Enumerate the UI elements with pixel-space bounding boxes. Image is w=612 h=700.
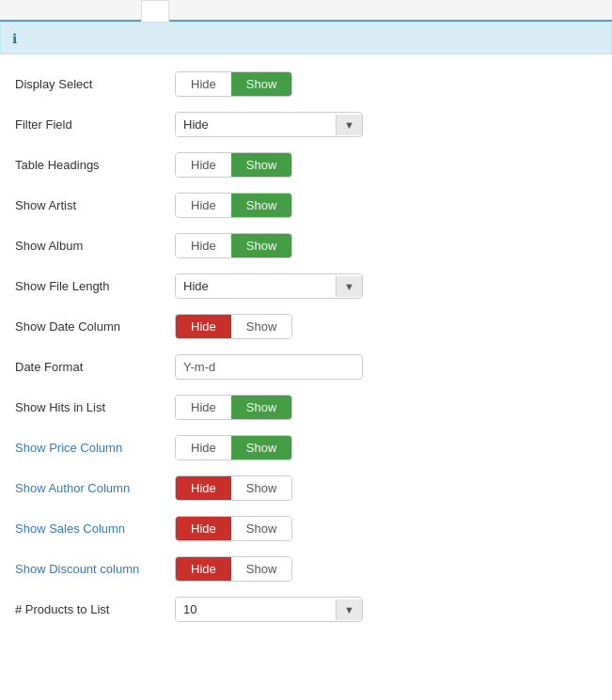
setting-row-display-select: Display SelectHideShow bbox=[15, 64, 597, 104]
toggle-show-price-column: HideShow bbox=[175, 435, 292, 460]
dropdown-arrow-show-file-length: ▼ bbox=[336, 276, 362, 297]
show-btn-show-price-column[interactable]: Show bbox=[231, 436, 292, 459]
hide-btn-table-headings[interactable]: Hide bbox=[176, 153, 231, 177]
label-date-format: Date Format bbox=[15, 360, 175, 374]
toggle-show-artist: HideShow bbox=[175, 193, 292, 218]
tab-s[interactable] bbox=[169, 0, 197, 20]
label-filter-field: Filter Field bbox=[15, 117, 175, 132]
setting-row-date-format: Date Format bbox=[15, 347, 597, 387]
setting-row-show-file-length: Show File LengthHideShow▼ bbox=[15, 266, 597, 306]
show-btn-table-headings[interactable]: Show bbox=[231, 153, 292, 177]
label-show-discount-column[interactable]: Show Discount column bbox=[15, 562, 175, 576]
toggle-display-select: HideShow bbox=[175, 71, 292, 97]
dropdown-show-file-length[interactable]: HideShow▼ bbox=[175, 273, 363, 299]
setting-row-show-album: Show AlbumHideShow bbox=[15, 226, 597, 266]
setting-row-show-sales-column: Show Sales ColumnHideShow bbox=[15, 508, 597, 549]
setting-row-products-to-list: # Products to List510152025▼ bbox=[15, 589, 597, 630]
toggle-table-headings: HideShow bbox=[175, 152, 292, 178]
setting-row-show-price-column: Show Price ColumnHideShow bbox=[15, 428, 597, 468]
setting-row-show-hits-in-list: Show Hits in ListHideShow bbox=[15, 387, 597, 428]
setting-row-filter-field: Filter FieldHideShow▼ bbox=[15, 104, 597, 145]
label-show-sales-column[interactable]: Show Sales Column bbox=[15, 521, 175, 536]
toggle-show-sales-column: HideShow bbox=[175, 516, 292, 541]
hide-btn-show-price-column[interactable]: Hide bbox=[176, 436, 231, 459]
show-btn-show-date-column[interactable]: Show bbox=[231, 315, 292, 338]
input-date-format[interactable] bbox=[175, 354, 363, 380]
select-filter-field[interactable]: HideShow bbox=[176, 113, 336, 136]
tab-categories[interactable] bbox=[56, 0, 85, 20]
show-btn-show-sales-column[interactable]: Show bbox=[231, 517, 292, 540]
settings-panel: Display SelectHideShowFilter FieldHideSh… bbox=[0, 54, 612, 639]
toggle-show-author-column: HideShow bbox=[175, 475, 292, 501]
show-btn-show-author-column[interactable]: Show bbox=[231, 476, 292, 500]
hide-btn-show-sales-column[interactable]: Hide bbox=[176, 517, 231, 540]
label-table-headings: Table Headings bbox=[15, 158, 175, 172]
hide-btn-show-date-column[interactable]: Hide bbox=[176, 315, 231, 338]
label-show-price-column[interactable]: Show Price Column bbox=[15, 441, 175, 455]
label-show-hits-in-list: Show Hits in List bbox=[15, 400, 175, 414]
tab-blog-column-layout[interactable] bbox=[113, 0, 141, 20]
show-btn-show-discount-column[interactable]: Show bbox=[231, 557, 292, 581]
label-show-file-length: Show File Length bbox=[15, 279, 175, 293]
tab-category-pages[interactable] bbox=[85, 0, 113, 20]
select-show-file-length[interactable]: HideShow bbox=[176, 274, 336, 298]
label-display-select: Display Select bbox=[15, 77, 175, 91]
hide-btn-show-discount-column[interactable]: Hide bbox=[176, 557, 231, 581]
toggle-show-discount-column: HideShow bbox=[175, 556, 292, 582]
dropdown-arrow-filter-field: ▼ bbox=[336, 115, 362, 135]
dropdown-arrow-products-to-list: ▼ bbox=[336, 599, 362, 620]
toggle-show-date-column: HideShow bbox=[175, 314, 292, 339]
tab-store[interactable] bbox=[0, 0, 28, 20]
show-btn-show-artist[interactable]: Show bbox=[231, 194, 292, 217]
toggle-show-album: HideShow bbox=[175, 233, 292, 258]
tab-list-layouts[interactable] bbox=[141, 0, 169, 22]
label-products-to-list: # Products to List bbox=[15, 602, 175, 616]
show-btn-display-select[interactable]: Show bbox=[231, 72, 292, 96]
label-show-date-column: Show Date Column bbox=[15, 319, 175, 334]
info-icon: ℹ bbox=[12, 31, 17, 46]
tab-product-pages[interactable] bbox=[28, 0, 56, 20]
dropdown-products-to-list[interactable]: 510152025▼ bbox=[175, 597, 363, 622]
show-btn-show-album[interactable]: Show bbox=[231, 234, 292, 257]
select-products-to-list[interactable]: 510152025 bbox=[176, 598, 336, 621]
setting-row-show-artist: Show ArtistHideShow bbox=[15, 185, 597, 226]
label-show-artist: Show Artist bbox=[15, 198, 175, 212]
dropdown-filter-field[interactable]: HideShow▼ bbox=[175, 112, 363, 137]
setting-row-table-headings: Table HeadingsHideShow bbox=[15, 145, 597, 185]
label-show-author-column[interactable]: Show Author Column bbox=[15, 481, 175, 495]
hide-btn-show-album[interactable]: Hide bbox=[176, 234, 231, 257]
hide-btn-show-author-column[interactable]: Hide bbox=[176, 476, 231, 500]
label-show-album: Show Album bbox=[15, 239, 175, 253]
tab-bar bbox=[0, 0, 612, 22]
info-banner: ℹ bbox=[0, 22, 612, 54]
hide-btn-display-select[interactable]: Hide bbox=[176, 72, 231, 96]
hide-btn-show-hits-in-list[interactable]: Hide bbox=[176, 396, 231, 419]
setting-row-show-author-column: Show Author ColumnHideShow bbox=[15, 468, 597, 508]
hide-btn-show-artist[interactable]: Hide bbox=[176, 194, 231, 217]
show-btn-show-hits-in-list[interactable]: Show bbox=[231, 396, 292, 419]
toggle-show-hits-in-list: HideShow bbox=[175, 395, 292, 420]
setting-row-show-date-column: Show Date ColumnHideShow bbox=[15, 306, 597, 347]
setting-row-show-discount-column: Show Discount columnHideShow bbox=[15, 549, 597, 589]
